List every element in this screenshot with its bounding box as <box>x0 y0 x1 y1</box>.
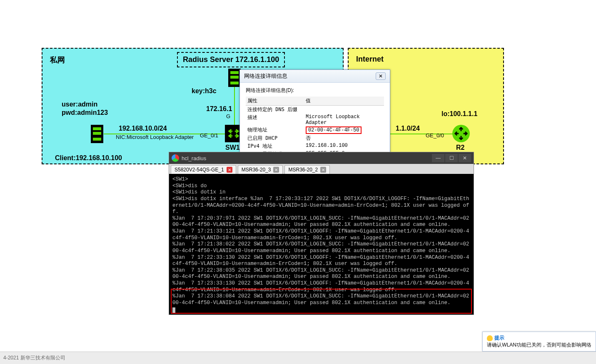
prop-header: 属性 值 <box>246 97 384 106</box>
terminal-logo-icon <box>172 154 179 162</box>
server-icon-client[interactable] <box>91 125 103 143</box>
dialog-title-text: 网络连接详细信息 <box>244 72 287 80</box>
terminal-body[interactable]: <SW1> <SW1>dis do <SW1>dis dot1x in <SW1… <box>169 174 474 314</box>
client-label: Client:192.168.10.100 <box>55 154 122 162</box>
prop-row: IPv4 地址192.168.10.100 <box>246 142 384 150</box>
prop-row: 物理地址02-00-4C-4F-4F-50 <box>246 126 384 134</box>
tip-body: 请确认WLAN功能已关闭，否则可能会影响网络 <box>487 342 591 349</box>
prop-row: 连接特定的 DNS 后缀 <box>246 106 384 114</box>
lo-label: lo:100.1.1.1 <box>441 110 477 118</box>
prop-row: 已启用 DHCP否 <box>246 134 384 142</box>
tip-box: 提示 请确认WLAN功能已关闭，否则可能会影响网络 <box>482 332 596 352</box>
terminal-tab[interactable]: S5820V2-54QS-GE_1✕ <box>171 165 236 174</box>
terminal-title: hcl_radius <box>182 155 206 161</box>
terminal-tabs: S5820V2-54QS-GE_1✕ MSR36-20_3✕ MSR36-20_… <box>169 164 474 174</box>
tab-close-icon[interactable]: ✕ <box>320 167 326 173</box>
key-label: key:h3c <box>192 87 217 95</box>
subnet-right: 1.1.0/24 <box>396 125 420 132</box>
router-icon-r2[interactable] <box>452 125 470 142</box>
pwd-label: pwd:admin123 <box>62 109 108 116</box>
user-label: user:admin <box>62 101 97 108</box>
dialog-close-button[interactable]: ✕ <box>376 72 386 80</box>
terminal-maximize-button[interactable]: ☐ <box>445 154 458 162</box>
terminal-minimize-button[interactable]: — <box>432 154 444 162</box>
ge01-label: GE_0/1 <box>200 132 218 139</box>
prop-row: 描述Microsoft Loopback Adapter <box>246 114 384 126</box>
terminal-close-button[interactable]: ✕ <box>459 154 471 162</box>
dialog-subtitle: 网络连接详细信息(D): <box>246 87 384 94</box>
tab-close-icon[interactable]: ✕ <box>227 167 232 173</box>
subnet-left: 192.168.10.0/24 <box>119 125 167 132</box>
terminal-tab[interactable]: MSR36-20_3✕ <box>238 165 283 174</box>
link-radius-sw1 <box>234 87 235 126</box>
terminal-titlebar[interactable]: hcl_radius — ☐ ✕ <box>169 152 474 164</box>
nic-label: NIC:Microsoft Loopback Adapter <box>116 134 194 140</box>
r2-label: R2 <box>456 144 464 151</box>
radius-server-label: Radius Server 172.16.1.100 <box>177 52 285 67</box>
footer-bar: 4-2021 新华三技术有限公司 <box>0 352 596 364</box>
tip-title: 提示 <box>494 334 504 342</box>
tab-close-icon[interactable]: ✕ <box>273 167 279 173</box>
radius-if-ip: 172.16.1 <box>206 105 232 113</box>
ge00-label: GE_0/0 <box>426 132 444 139</box>
terminal-log: <SW1> <SW1>dis do <SW1>dis dot1x in <SW1… <box>172 176 469 306</box>
bulb-icon <box>487 335 493 341</box>
server-icon-radius[interactable] <box>228 69 241 87</box>
dialog-titlebar[interactable]: 网络连接详细信息 ✕ <box>240 70 390 83</box>
mac-highlight: 02-00-4C-4F-4F-50 <box>306 126 362 134</box>
copyright: 4-2021 新华三技术有限公司 <box>3 354 65 362</box>
zone-private-title: 私网 <box>50 55 65 65</box>
sw1-label: SW1 <box>225 144 240 151</box>
terminal-window: hcl_radius — ☐ ✕ S5820V2-54QS-GE_1✕ MSR3… <box>169 152 474 315</box>
terminal-tab[interactable]: MSR36-20_2✕ <box>284 165 330 174</box>
zone-internet-title: Internet <box>356 55 384 64</box>
terminal-cursor <box>172 307 175 313</box>
